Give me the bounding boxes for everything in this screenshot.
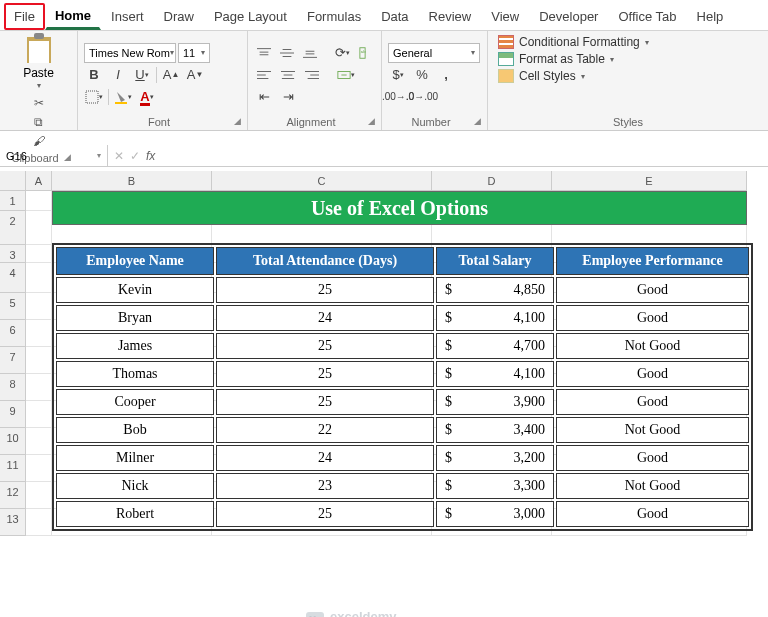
percent-format-button[interactable]: % (412, 65, 432, 85)
tab-developer[interactable]: Developer (529, 3, 608, 30)
row-header-13[interactable]: 13 (0, 509, 26, 536)
cell[interactable] (26, 509, 52, 536)
row-header-9[interactable]: 9 (0, 401, 26, 428)
alignment-launcher-icon[interactable]: ◢ (368, 116, 375, 126)
cell[interactable] (26, 245, 52, 263)
col-header-d[interactable]: D (432, 171, 552, 191)
th-name[interactable]: Employee Name (56, 247, 214, 275)
cell-attendance[interactable]: 25 (216, 333, 434, 359)
enter-formula-icon[interactable]: ✓ (130, 149, 140, 163)
cell-salary[interactable]: $3,200 (436, 445, 554, 471)
align-middle-button[interactable] (277, 43, 296, 63)
row-header-6[interactable]: 6 (0, 320, 26, 347)
select-all-corner[interactable] (0, 171, 26, 191)
cell-performance[interactable]: Good (556, 501, 749, 527)
th-attendance[interactable]: Total Attendance (Days) (216, 247, 434, 275)
th-performance[interactable]: Employee Performance (556, 247, 749, 275)
font-size-combo[interactable]: 11▾ (178, 43, 210, 63)
format-as-table-button[interactable]: Format as Table▾ (498, 52, 762, 66)
tab-data[interactable]: Data (371, 3, 418, 30)
merge-center-button[interactable]: ▾ (336, 65, 356, 85)
font-color-button[interactable]: A▾ (137, 87, 157, 107)
tab-draw[interactable]: Draw (154, 3, 204, 30)
cell-name[interactable]: Thomas (56, 361, 214, 387)
name-box[interactable]: G16▾ (0, 145, 108, 166)
cell-performance[interactable]: Not Good (556, 333, 749, 359)
cell-salary[interactable]: $4,100 (436, 361, 554, 387)
tab-insert[interactable]: Insert (101, 3, 154, 30)
row-header-8[interactable]: 8 (0, 374, 26, 401)
row-header-4[interactable]: 4 (0, 263, 26, 293)
conditional-formatting-button[interactable]: Conditional Formatting▾ (498, 35, 762, 49)
cell-attendance[interactable]: 22 (216, 417, 434, 443)
cell-name[interactable]: Cooper (56, 389, 214, 415)
cell-name[interactable]: James (56, 333, 214, 359)
align-top-button[interactable] (254, 43, 273, 63)
cell-salary[interactable]: $3,300 (436, 473, 554, 499)
row-header-7[interactable]: 7 (0, 347, 26, 374)
cell-salary[interactable]: $3,900 (436, 389, 554, 415)
italic-button[interactable]: I (108, 65, 128, 85)
row-header-1[interactable]: 1 (0, 191, 26, 211)
tab-home[interactable]: Home (45, 2, 101, 30)
cell-attendance[interactable]: 25 (216, 361, 434, 387)
th-salary[interactable]: Total Salary (436, 247, 554, 275)
row-header-2[interactable]: 2 (0, 211, 26, 245)
cell[interactable] (26, 428, 52, 455)
cell[interactable] (26, 211, 52, 245)
row-header-5[interactable]: 5 (0, 293, 26, 320)
cell-name[interactable]: Robert (56, 501, 214, 527)
increase-font-button[interactable]: A▲ (161, 65, 181, 85)
cell[interactable] (26, 293, 52, 320)
tab-formulas[interactable]: Formulas (297, 3, 371, 30)
font-launcher-icon[interactable]: ◢ (234, 116, 241, 126)
row-header-10[interactable]: 10 (0, 428, 26, 455)
comma-format-button[interactable]: , (436, 65, 456, 85)
paste-button[interactable]: Paste ▾ (23, 35, 54, 90)
cell-performance[interactable]: Not Good (556, 417, 749, 443)
cut-button[interactable]: ✂ (30, 94, 48, 112)
col-header-b[interactable]: B (52, 171, 212, 191)
tab-office-tab[interactable]: Office Tab (608, 3, 686, 30)
align-center-button[interactable] (278, 65, 298, 85)
cell-attendance[interactable]: 25 (216, 277, 434, 303)
cell-performance[interactable]: Good (556, 361, 749, 387)
row-header-12[interactable]: 12 (0, 482, 26, 509)
col-header-a[interactable]: A (26, 171, 52, 191)
cell-name[interactable]: Nick (56, 473, 214, 499)
tab-view[interactable]: View (481, 3, 529, 30)
tab-page-layout[interactable]: Page Layout (204, 3, 297, 30)
cell-attendance[interactable]: 23 (216, 473, 434, 499)
row-header-11[interactable]: 11 (0, 455, 26, 482)
cell[interactable] (26, 401, 52, 428)
cell-styles-button[interactable]: Cell Styles▾ (498, 69, 762, 83)
align-right-button[interactable] (302, 65, 322, 85)
cell-performance[interactable]: Not Good (556, 473, 749, 499)
decrease-indent-button[interactable]: ⇤ (254, 87, 274, 107)
borders-button[interactable]: ▾ (84, 87, 104, 107)
cell-name[interactable]: Milner (56, 445, 214, 471)
col-header-c[interactable]: C (212, 171, 432, 191)
cell-attendance[interactable]: 24 (216, 305, 434, 331)
cell[interactable] (26, 347, 52, 374)
cell-attendance[interactable]: 25 (216, 501, 434, 527)
tab-help[interactable]: Help (687, 3, 734, 30)
cell[interactable] (26, 482, 52, 509)
decrease-font-button[interactable]: A▼ (185, 65, 205, 85)
formula-bar[interactable] (161, 145, 768, 166)
cell-salary[interactable]: $4,700 (436, 333, 554, 359)
align-left-button[interactable] (254, 65, 274, 85)
bold-button[interactable]: B (84, 65, 104, 85)
cell-name[interactable]: Kevin (56, 277, 214, 303)
row-header-3[interactable]: 3 (0, 245, 26, 263)
insert-function-button[interactable]: fx (146, 149, 155, 163)
cell-attendance[interactable]: 24 (216, 445, 434, 471)
cell[interactable] (26, 320, 52, 347)
cell[interactable] (26, 263, 52, 293)
cell[interactable] (26, 455, 52, 482)
cell-performance[interactable]: Good (556, 305, 749, 331)
accounting-format-button[interactable]: $▾ (388, 65, 408, 85)
fill-color-button[interactable]: ▾ (113, 87, 133, 107)
col-header-e[interactable]: E (552, 171, 747, 191)
cell-attendance[interactable]: 25 (216, 389, 434, 415)
